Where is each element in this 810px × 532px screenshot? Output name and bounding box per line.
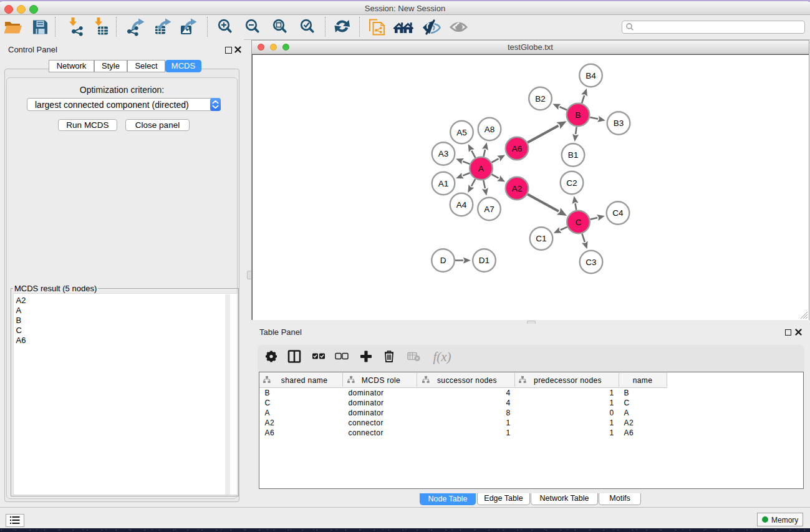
svg-text:C3: C3 — [586, 258, 596, 267]
svg-text:f(x): f(x) — [433, 349, 451, 364]
svg-text:A4: A4 — [456, 200, 467, 210]
svg-text:A7: A7 — [484, 205, 494, 214]
svg-text:D: D — [440, 256, 446, 265]
svg-text:C: C — [576, 218, 582, 227]
svg-text:B4: B4 — [586, 71, 596, 80]
svg-text:A8: A8 — [485, 125, 495, 134]
svg-text:A2: A2 — [512, 184, 523, 193]
svg-text:A3: A3 — [438, 149, 449, 158]
svg-text:C4: C4 — [612, 208, 624, 218]
svg-text:C2: C2 — [566, 178, 577, 188]
svg-text:C1: C1 — [536, 234, 546, 243]
svg-text:B1: B1 — [568, 150, 579, 160]
svg-text:A1: A1 — [438, 179, 449, 188]
svg-text:A6: A6 — [512, 144, 523, 153]
svg-text:B2: B2 — [535, 94, 546, 104]
svg-text:B3: B3 — [614, 118, 624, 128]
svg-text:D1: D1 — [479, 256, 489, 265]
svg-text:B: B — [575, 110, 581, 120]
svg-text:A: A — [478, 164, 484, 173]
svg-text:A5: A5 — [456, 128, 467, 137]
